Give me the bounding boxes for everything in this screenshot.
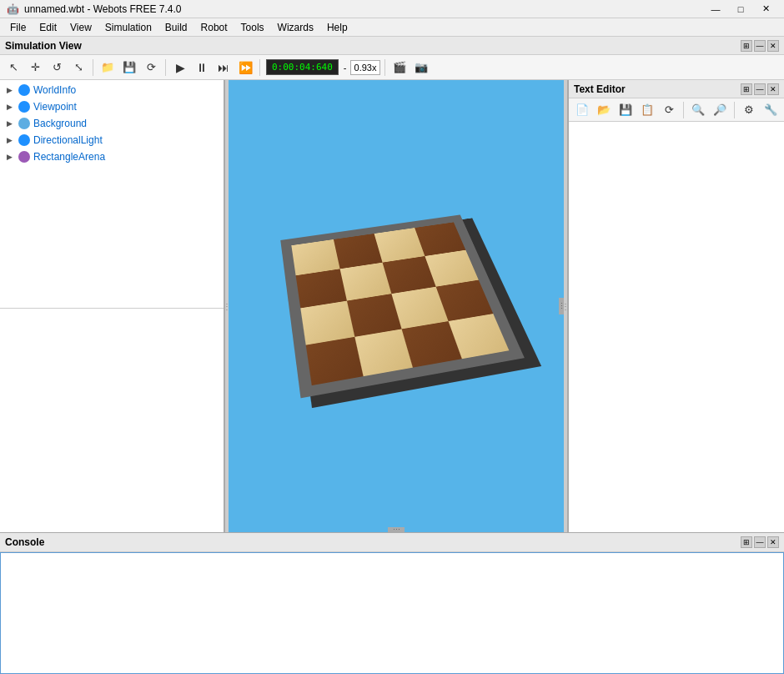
rectanglearena-icon <box>18 151 30 163</box>
tb-sep-2 <box>165 59 166 76</box>
text-editor-title: Text Editor <box>574 83 626 95</box>
viewport-right-handle[interactable]: ⋮ <box>559 298 564 314</box>
timer-sep: - <box>344 63 347 73</box>
console-title: Console <box>5 536 44 548</box>
simulation-viewport[interactable]: ⋮ ⋯ <box>229 80 564 532</box>
sim-view-panel-header: Simulation View ⊞ — ✕ <box>0 37 784 55</box>
te-sep <box>683 102 684 118</box>
sim-view-controls: ⊞ — ✕ <box>741 40 779 52</box>
record-button[interactable]: 🎬 <box>389 58 410 78</box>
tree-label-worldinfo: WorldInfo <box>33 84 76 96</box>
tree-label-viewpoint: Viewpoint <box>33 101 77 113</box>
tree-label-rectanglearena: RectangleArena <box>33 151 105 163</box>
te-saveas-button[interactable]: 📋 <box>637 100 657 120</box>
background-icon <box>18 118 30 129</box>
simulation-timer: 0:00:04:640 <box>266 59 339 75</box>
te-tools-button[interactable]: 🔧 <box>761 100 781 120</box>
text-editor-expand[interactable]: ⊞ <box>741 83 752 95</box>
menu-robot[interactable]: Robot <box>194 20 234 35</box>
viewport-bottom-handle[interactable]: ⋯ <box>388 527 405 532</box>
middle-section: ▶ WorldInfo ▶ Viewpoint ▶ Background <box>0 80 784 532</box>
open-button[interactable]: 📁 <box>98 58 118 78</box>
text-editor-close[interactable]: ✕ <box>767 83 779 95</box>
tree-label-directionallight: DirectionalLight <box>33 134 103 146</box>
arena-frame <box>280 215 520 395</box>
cell-3-0 <box>306 336 363 385</box>
te-zoomout-button[interactable]: 🔎 <box>710 100 730 120</box>
sim-view-expand[interactable]: ⊞ <box>741 40 752 52</box>
tree-item-directionallight[interactable]: ▶ DirectionalLight <box>0 132 224 148</box>
te-save-button[interactable]: 💾 <box>616 100 636 120</box>
sim-view-minimize[interactable]: — <box>754 40 766 52</box>
rotate-button[interactable]: ↺ <box>47 58 67 78</box>
te-reload-button[interactable]: ⟳ <box>659 100 679 120</box>
pause-button[interactable]: ⏸ <box>192 58 212 78</box>
text-editor-controls: ⊞ — ✕ <box>741 83 779 95</box>
sim-view-title: Simulation View <box>5 40 82 52</box>
te-settings-button[interactable]: ⚙ <box>739 100 759 120</box>
text-editor-minimize[interactable]: — <box>754 83 766 95</box>
menu-file[interactable]: File <box>3 20 33 35</box>
close-button[interactable]: ✕ <box>754 2 777 17</box>
text-editor-header: Text Editor ⊞ — ✕ <box>569 80 784 98</box>
tree-arrow-rectanglearena: ▶ <box>7 153 18 161</box>
text-editor-body[interactable] <box>569 122 784 532</box>
tree-item-rectanglearena[interactable]: ▶ RectangleArena <box>0 148 224 165</box>
console-expand[interactable]: ⊞ <box>741 536 752 548</box>
app-title: 🤖 unnamed.wbt - Webots FREE 7.4.0 <box>7 3 182 15</box>
sim-view-close[interactable]: ✕ <box>767 40 779 52</box>
console-minimize[interactable]: — <box>754 536 766 548</box>
step-button[interactable]: ⏭ <box>214 58 234 78</box>
directionallight-icon <box>18 134 30 146</box>
scene-tree-area: ▶ WorldInfo ▶ Viewpoint ▶ Background <box>0 80 224 309</box>
simulation-speed: 0.93x <box>350 60 381 75</box>
fast-button[interactable]: ⏩ <box>235 58 255 78</box>
menu-build[interactable]: Build <box>158 20 194 35</box>
main-layout: Simulation View ⊞ — ✕ ↖ ✛ ↺ ⤡ 📁 💾 ⟳ ▶ ⏸ … <box>0 37 784 674</box>
menu-simulation[interactable]: Simulation <box>98 20 158 35</box>
tb-sep-3 <box>259 59 260 76</box>
window-controls: — □ ✕ <box>704 2 777 17</box>
tree-arrow-worldinfo: ▶ <box>7 86 18 94</box>
scale-button[interactable]: ⤡ <box>68 58 88 78</box>
reload-button[interactable]: ⟳ <box>141 58 161 78</box>
text-editor-toolbar: 📄 📂 💾 📋 ⟳ 🔍 🔎 ⚙ 🔧 <box>569 98 784 122</box>
menu-help[interactable]: Help <box>320 20 354 35</box>
console-section: Console ⊞ — ✕ <box>0 532 784 674</box>
minimize-button[interactable]: — <box>704 2 727 17</box>
arena-3d <box>280 215 520 395</box>
play-button[interactable]: ▶ <box>170 58 190 78</box>
main-toolbar: ↖ ✛ ↺ ⤡ 📁 💾 ⟳ ▶ ⏸ ⏭ ⏩ 0:00:04:640 - 0.93… <box>0 55 784 80</box>
tree-label-background: Background <box>33 118 87 129</box>
tree-item-viewpoint[interactable]: ▶ Viewpoint <box>0 98 224 115</box>
te-open-button[interactable]: 📂 <box>594 100 614 120</box>
menu-edit[interactable]: Edit <box>33 20 63 35</box>
te-new-button[interactable]: 📄 <box>572 100 592 120</box>
screenshot-button[interactable]: 📷 <box>411 58 431 78</box>
console-area[interactable] <box>0 552 784 674</box>
viewpoint-icon <box>18 101 30 113</box>
select-button[interactable]: ↖ <box>3 58 23 78</box>
worldinfo-icon <box>18 84 30 96</box>
title-bar: 🤖 unnamed.wbt - Webots FREE 7.4.0 — □ ✕ <box>0 0 784 18</box>
console-close[interactable]: ✕ <box>767 536 779 548</box>
tree-arrow-directionallight: ▶ <box>7 136 18 144</box>
console-header: Console ⊞ — ✕ <box>0 532 784 552</box>
text-editor-panel: Text Editor ⊞ — ✕ 📄 📂 💾 📋 ⟳ 🔍 🔎 ⚙ 🔧 <box>567 80 784 532</box>
tree-arrow-viewpoint: ▶ <box>7 103 18 111</box>
tb-sep-1 <box>93 59 93 76</box>
te-zoomin-button[interactable]: 🔍 <box>688 100 708 120</box>
tree-item-worldinfo[interactable]: ▶ WorldInfo <box>0 82 224 98</box>
translate-button[interactable]: ✛ <box>25 58 45 78</box>
maximize-button[interactable]: □ <box>729 2 752 17</box>
menu-bar: File Edit View Simulation Build Robot To… <box>0 18 784 37</box>
left-panel: ▶ WorldInfo ▶ Viewpoint ▶ Background <box>0 80 225 532</box>
tree-arrow-background: ▶ <box>7 119 18 128</box>
menu-wizards[interactable]: Wizards <box>271 20 320 35</box>
menu-tools[interactable]: Tools <box>234 20 271 35</box>
save-button[interactable]: 💾 <box>119 58 139 78</box>
center-viewport: ⋮ ⋯ <box>229 80 564 532</box>
tree-item-background[interactable]: ▶ Background <box>0 115 224 132</box>
menu-view[interactable]: View <box>63 20 98 35</box>
console-controls: ⊞ — ✕ <box>741 536 779 548</box>
